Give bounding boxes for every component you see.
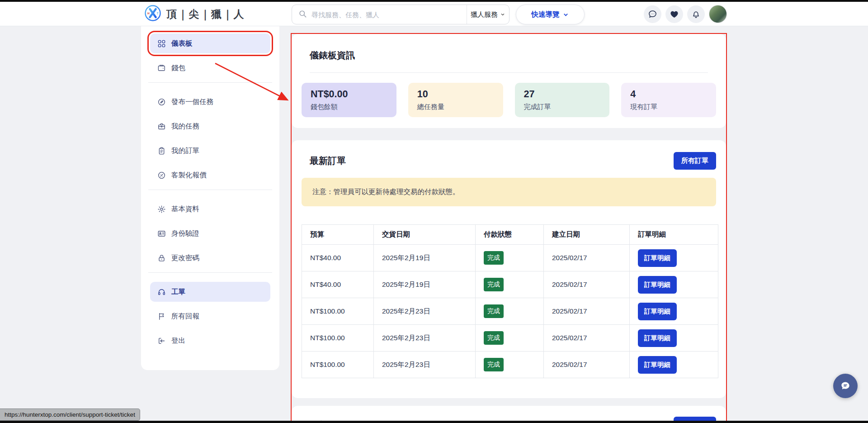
col-payment-status: 付款狀態 (476, 225, 544, 245)
stat-value: NT$0.00 (311, 89, 387, 100)
search-category-select[interactable]: 獵人服務 (467, 5, 509, 24)
order-detail-button[interactable]: 訂單明細 (638, 249, 677, 267)
sidebar-divider (148, 190, 272, 190)
created-cell: 2025/02/17 (544, 325, 630, 352)
heart-icon (670, 10, 679, 19)
sidebar-item-custom-quote[interactable]: 客製化報價 (150, 165, 270, 185)
badge-percent-icon (157, 171, 166, 180)
status-badge: 完成 (484, 358, 504, 371)
budget-cell: NT$100.00 (302, 352, 374, 378)
sidebar-item-my-tasks[interactable]: 我的任務 (150, 116, 270, 136)
brand-name: 頂｜尖｜獵｜人 (166, 7, 245, 21)
main-content-annotated-region: 儀錶板資訊 NT$0.00 錢包餘額 10 總任務量 27 完成訂單 4 現有訂… (291, 33, 727, 423)
sidebar-item-all-reports[interactable]: 所有回報 (150, 306, 270, 326)
sidebar-item-label: 客製化報價 (171, 171, 207, 180)
logout-icon (157, 337, 166, 345)
flag-icon (157, 312, 166, 321)
sidebar-item-label: 登出 (171, 336, 185, 346)
chevron-down-icon (500, 12, 505, 17)
created-cell: 2025/02/17 (544, 245, 630, 271)
screenshot-top-edge (0, 0, 868, 2)
budget-cell: NT$100.00 (302, 325, 374, 352)
search-icon (298, 10, 307, 20)
table-row: NT$100.00 2025年2月23日 完成 2025/02/17 訂單明細 (302, 352, 718, 378)
lock-icon (157, 254, 166, 262)
headset-icon (157, 288, 166, 296)
table-row: NT$100.00 2025年2月23日 完成 2025/02/17 訂單明細 (302, 298, 718, 325)
order-detail-button[interactable]: 訂單明細 (638, 329, 677, 347)
sidebar-item-logout[interactable]: 登出 (150, 331, 270, 351)
sidebar-item-label: 更改密碼 (171, 253, 199, 263)
link-status-tooltip: https://hunterxtop.com/client/support-ti… (0, 409, 140, 421)
stat-card-current-orders: 4 現有訂單 (621, 83, 716, 117)
delivery-cell: 2025年2月23日 (374, 298, 476, 325)
messages-button[interactable] (644, 5, 661, 23)
favorites-button[interactable] (665, 5, 683, 23)
sidebar-item-profile[interactable]: 基本資料 (150, 199, 270, 219)
dashboard-info-title: 儀錶板資訊 (292, 34, 726, 62)
order-detail-button[interactable]: 訂單明細 (638, 356, 677, 374)
col-budget: 預算 (302, 225, 374, 245)
created-cell: 2025/02/17 (544, 298, 630, 325)
post-task-icon (157, 98, 166, 106)
created-cell: 2025/02/17 (544, 271, 630, 298)
gear-icon (157, 205, 166, 214)
top-navbar: H T 頂｜尖｜獵｜人 獵人服務 快速導覽 (0, 2, 868, 26)
sidebar-item-dashboard[interactable]: 儀表板 (150, 33, 270, 53)
svg-text:T: T (157, 12, 159, 15)
wallet-icon (157, 64, 166, 72)
quick-nav-button[interactable]: 快速導覽 (516, 5, 585, 24)
user-avatar[interactable] (709, 5, 727, 23)
stat-label: 錢包餘額 (311, 103, 387, 111)
admin-notice-banner: 注意：管理員可以更新待處理交易的付款狀態。 (302, 178, 716, 206)
stat-label: 完成訂單 (524, 103, 601, 111)
sidebar-item-label: 錢包 (171, 63, 185, 73)
stat-label: 總任務量 (417, 103, 494, 111)
clipboard-icon (157, 147, 166, 155)
notifications-button[interactable] (687, 5, 705, 23)
sidebar-item-identity-verify[interactable]: 身份驗證 (150, 223, 270, 243)
sidebar-divider (148, 82, 272, 83)
global-search: 獵人服務 (292, 5, 509, 24)
delivery-cell: 2025年2月19日 (374, 271, 476, 298)
delivery-cell: 2025年2月23日 (374, 352, 476, 378)
stat-card-completed-orders: 27 完成訂單 (515, 83, 610, 117)
sidebar-item-label: 所有回報 (171, 312, 199, 321)
stat-value: 27 (524, 89, 601, 100)
sidebar-item-wallet[interactable]: 錢包 (150, 58, 270, 78)
budget-cell: NT$100.00 (302, 298, 374, 325)
chat-bubble-icon (648, 10, 657, 19)
sidebar-item-change-password[interactable]: 更改密碼 (150, 248, 270, 268)
stat-card-total-tasks: 10 總任務量 (408, 83, 503, 117)
col-order-detail: 訂單明細 (630, 225, 718, 245)
sidebar-item-support-ticket[interactable]: 工單 (150, 282, 270, 302)
latest-orders-title: 最新訂單 (310, 155, 346, 167)
sidebar-item-label: 儀表板 (171, 39, 193, 48)
logo-mark-icon: H T (144, 4, 162, 24)
briefcase-icon (157, 122, 166, 131)
table-row: NT$40.00 2025年2月19日 完成 2025/02/17 訂單明細 (302, 245, 718, 271)
brand-logo[interactable]: H T 頂｜尖｜獵｜人 (144, 5, 245, 23)
screenshot-bottom-edge (0, 421, 868, 423)
order-detail-button[interactable]: 訂單明細 (638, 276, 677, 294)
col-delivery-date: 交貨日期 (374, 225, 476, 245)
created-cell: 2025/02/17 (544, 352, 630, 378)
live-chat-fab[interactable] (833, 374, 858, 398)
stat-cards-row: NT$0.00 錢包餘額 10 總任務量 27 完成訂單 4 現有訂單 (292, 73, 726, 117)
order-detail-button[interactable]: 訂單明細 (638, 303, 677, 320)
budget-cell: NT$40.00 (302, 245, 374, 271)
sidebar-item-post-task[interactable]: 發布一個任務 (150, 92, 270, 112)
orders-table: 預算 交貨日期 付款狀態 建立日期 訂單明細 NT$40.00 2025年2月1… (302, 224, 718, 378)
sidebar-item-my-orders[interactable]: 我的訂單 (150, 141, 270, 161)
search-input[interactable] (311, 11, 460, 19)
search-category-value: 獵人服務 (471, 10, 498, 19)
chevron-down-icon (562, 11, 569, 18)
status-badge: 完成 (484, 331, 504, 345)
all-orders-button[interactable]: 所有訂單 (674, 152, 716, 170)
delivery-cell: 2025年2月23日 (374, 325, 476, 352)
stat-value: 10 (417, 89, 494, 100)
status-badge: 完成 (484, 304, 504, 318)
stat-label: 現有訂單 (630, 103, 707, 111)
svg-text:H: H (147, 12, 150, 15)
dashboard-info-panel: 儀錶板資訊 NT$0.00 錢包餘額 10 總任務量 27 完成訂單 4 現有訂… (292, 34, 726, 128)
